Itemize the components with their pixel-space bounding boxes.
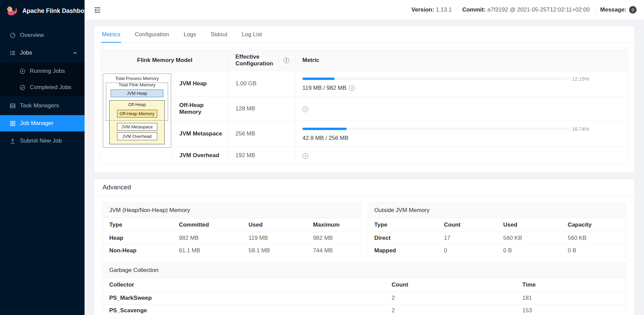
col-header: Committed [172,218,242,232]
flink-memory-model-diagram: Total Process Memory Total Flink Memory … [103,74,171,148]
usage-text: 42.8 MB / 256 MB [302,135,621,142]
usage-text: 119 MB / 982 MB [302,85,621,91]
col-header: Type [368,218,438,232]
row-metric: 16.74% 42.8 MB / 256 MB [296,121,628,147]
memory-model-diagram-cell: Total Process Memory Total Flink Memory … [101,71,173,164]
gc-panel: Garbage Collection Collector Count Time [102,262,626,315]
sidebar-item-task-managers[interactable]: Task Managers [0,98,85,114]
app-root: Apache Flink Dashboard Overview Jobs [0,0,644,315]
sidebar-item-label: Task Managers [20,102,59,109]
cell: 58.1 MB [242,245,307,257]
sidebar-item-jobs[interactable]: Jobs [0,45,85,61]
tab-log-list[interactable]: Log List [241,26,263,43]
total-process-memory-label: Total Process Memory [106,76,168,82]
info-icon[interactable] [349,85,355,91]
tab-configuration[interactable]: Configuration [134,26,170,43]
table-row: PS_MarkSweep 2 181 [103,292,626,304]
tab-metrics[interactable]: Metrics [101,26,121,43]
server-grid-icon [10,103,16,109]
cell: 181 [516,292,626,304]
flink-squirrel-logo-icon [5,4,18,17]
sidebar-item-label: Running Jobs [30,68,65,75]
commit-value: a7f3192 @ 2021-05-25T12:02:11+02:00 [487,6,590,13]
sidebar-item-submit-new-job[interactable]: Submit New Job [0,133,85,149]
advanced-title: Advanced [94,179,634,196]
sidebar-item-running-jobs[interactable]: Running Jobs [0,63,85,79]
row-config: 192 MB [229,147,296,164]
cell: 744 MB [306,245,361,257]
cell: 560 KB [561,232,626,245]
off-heap-region: Off-Heap Off-Heap Memory JVM Metaspace J… [109,100,165,144]
cell: 2 [385,292,516,304]
panel-title: Outside JVM Memory [368,203,626,218]
cell: 119 MB [242,232,307,245]
table-row: PS_Scavenge 2 153 [103,304,626,315]
row-metric [296,147,628,164]
table-row: Direct 17 560 KB 560 KB [368,232,626,245]
info-icon[interactable] [302,106,308,112]
col-header: Capacity [561,218,626,232]
row-config: 128 MB [229,97,296,121]
row-name: Off-Heap Memory [173,97,229,121]
col-header: Maximum [306,218,361,232]
progress-percent: 12.15% [572,76,594,82]
sidebar: Apache Flink Dashboard Overview Jobs [0,0,85,315]
row-metric [296,97,628,121]
jvm-heap-progress: 12.15% [302,76,621,82]
col-header: Count [437,218,497,232]
logo[interactable]: Apache Flink Dashboard [0,0,85,22]
version-label: Version: [411,6,434,13]
jvm-memory-panel: JVM (Heap/Non-Heap) Memory Type Committe… [102,203,361,257]
table-row: JVM Overhead 192 MB [101,147,628,164]
info-icon[interactable] [302,153,308,159]
outside-jvm-panel: Outside JVM Memory Type Count Used Capac… [368,203,626,257]
menu-fold-icon[interactable] [94,7,101,13]
cell: 982 MB [172,232,242,245]
tab-logs[interactable]: Logs [183,26,197,43]
progress-percent: 16.74% [572,126,594,132]
page-content: Metrics Configuration Logs Stdout Log Li… [85,20,644,315]
cell: Mapped [368,245,438,257]
table-row: Total Process Memory Total Flink Memory … [101,71,628,97]
jobs-submenu: Running Jobs Completed Jobs [0,62,85,96]
cell: 153 [516,304,626,315]
sidebar-item-job-manager[interactable]: Job Manager [0,115,85,131]
col-header-metric: Metric [296,50,628,71]
message-info[interactable]: Message:0 [600,6,637,14]
row-name: JVM Overhead [173,147,229,164]
jvm-memory-table: Type Committed Used Maximum Heap [103,218,361,257]
list-icon [10,50,16,56]
cell: Non-Heap [103,245,172,257]
cell: PS_MarkSweep [103,292,385,304]
col-header: Type [103,218,172,232]
app-title: Apache Flink Dashboard [22,7,94,15]
row-config: 1.00 GB [229,71,296,97]
cell: 61.1 MB [172,245,242,257]
sidebar-item-completed-jobs[interactable]: Completed Jobs [0,79,85,96]
total-flink-memory-label: Total Flink Memory [106,82,168,88]
table-row: Off-Heap Memory 128 MB [101,97,628,121]
col-header: Time [516,278,626,292]
tab-stdout[interactable]: Stdout [210,26,228,43]
message-label: Message: [600,6,626,13]
advanced-body: JVM (Heap/Non-Heap) Memory Type Committe… [94,196,634,315]
commit-info: Commit:a7f3192 @ 2021-05-25T12:02:11+02:… [462,6,590,13]
table-row: Mapped 0 0 B 0 B [368,245,626,257]
info-icon[interactable] [283,58,289,63]
build-info: Version:1.13.1 Commit:a7f3192 @ 2021-05-… [411,6,637,14]
upload-icon [10,138,16,144]
cell: 17 [437,232,497,245]
row-name: JVM Metaspace [173,121,229,147]
table-row: Heap 982 MB 119 MB 982 MB [103,232,361,245]
cell: PS_Scavenge [103,304,385,315]
row-metric: 12.15% 119 MB / 982 MB [296,71,628,97]
cell: 0 B [497,245,561,257]
col-header-effective-configuration: Effective Configuration [229,50,296,71]
message-count-badge[interactable]: 0 [629,6,637,14]
sidebar-item-overview[interactable]: Overview [0,27,85,43]
commit-label: Commit: [462,6,486,13]
cell: 0 [437,245,497,257]
chevron-up-icon [73,51,77,54]
main-area: Version:1.13.1 Commit:a7f3192 @ 2021-05-… [85,0,644,315]
cell: 982 MB [306,232,361,245]
